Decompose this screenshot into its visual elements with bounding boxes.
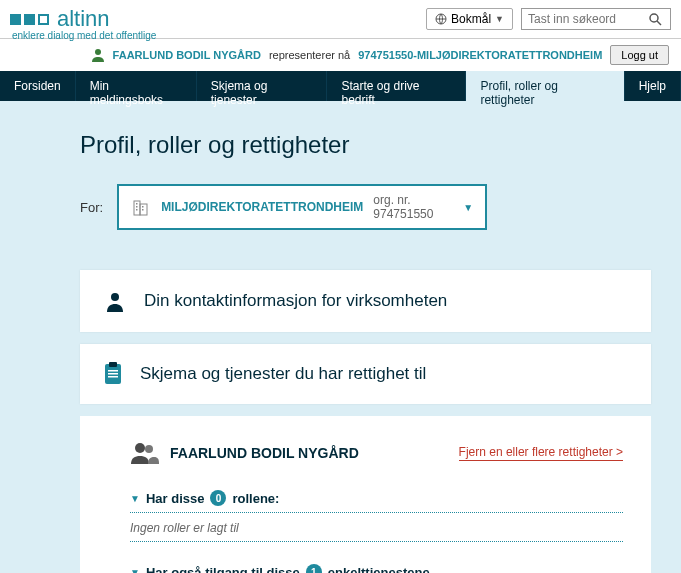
caret-down-icon: ▼ — [495, 14, 504, 24]
rights-card-header[interactable]: Skjema og tjenester du har rettighet til — [80, 344, 651, 404]
nav-hjelp[interactable]: Hjelp — [625, 71, 681, 101]
services-count-badge: 1 — [306, 564, 322, 573]
svg-point-1 — [650, 14, 658, 22]
search-icon[interactable] — [648, 12, 662, 26]
svg-point-18 — [145, 445, 153, 453]
rights-panel: FAARLUND BODIL NYGÅRD Fjern en eller fle… — [80, 416, 651, 573]
nav-meldingsboks[interactable]: Min meldingsboks — [76, 71, 197, 101]
language-selector[interactable]: Bokmål ▼ — [426, 8, 513, 30]
roles-heading-suffix: rollene: — [232, 491, 279, 506]
svg-line-2 — [657, 21, 661, 25]
current-org: 974751550-MILJØDIREKTORATETTRONDHEIM — [358, 49, 602, 61]
svg-rect-7 — [136, 206, 138, 208]
selected-org-name: MILJØDIREKTORATETTRONDHEIM — [161, 200, 363, 214]
roles-empty-text: Ingen roller er lagt til — [130, 513, 623, 542]
remove-rights-link[interactable]: Fjern en eller flere rettigheter > — [459, 445, 623, 461]
roles-count-badge: 0 — [210, 490, 226, 506]
for-label: For: — [80, 200, 103, 215]
building-icon — [131, 197, 151, 217]
search-box[interactable] — [521, 8, 671, 30]
nav-bedrift[interactable]: Starte og drive bedrift — [327, 71, 466, 101]
nav-forsiden[interactable]: Forsiden — [0, 71, 76, 101]
person-icon — [102, 288, 128, 314]
svg-rect-10 — [142, 209, 144, 211]
clipboard-icon — [102, 362, 124, 386]
svg-point-17 — [135, 443, 145, 453]
main-nav: Forsiden Min meldingsboks Skjema og tjen… — [0, 71, 681, 101]
svg-rect-8 — [136, 209, 138, 211]
panel-person-name: FAARLUND BODIL NYGÅRD — [170, 445, 359, 461]
svg-rect-14 — [108, 370, 118, 372]
logo-mark-icon — [10, 14, 49, 25]
represents-text: representerer nå — [269, 49, 350, 61]
contact-info-card[interactable]: Din kontaktinformasjon for virksomheten — [80, 270, 651, 332]
caret-down-icon: ▼ — [463, 202, 473, 213]
triangle-down-icon: ▼ — [130, 493, 140, 504]
org-selector[interactable]: MILJØDIREKTORATETTRONDHEIM org. nr. 9747… — [117, 184, 487, 230]
services-heading-suffix: enkelttjenestene — [328, 565, 430, 574]
language-label: Bokmål — [451, 12, 491, 26]
svg-rect-15 — [108, 373, 118, 375]
logo[interactable]: altinn — [10, 6, 110, 32]
roles-section-header[interactable]: ▼ Har disse 0 rollene: — [130, 490, 623, 513]
globe-icon — [435, 13, 447, 25]
rights-card-title: Skjema og tjenester du har rettighet til — [140, 364, 426, 384]
services-section-header[interactable]: ▼ Har også tilgang til disse 1 enkelttje… — [130, 564, 623, 573]
svg-rect-9 — [142, 206, 144, 208]
current-user-name: FAARLUND BODIL NYGÅRD — [113, 49, 261, 61]
svg-rect-6 — [136, 203, 138, 205]
svg-rect-13 — [109, 362, 117, 367]
people-icon — [130, 442, 160, 464]
svg-point-3 — [95, 49, 101, 55]
user-bar: FAARLUND BODIL NYGÅRD representerer nå 9… — [0, 39, 681, 71]
services-heading-prefix: Har også tilgang til disse — [146, 565, 300, 574]
selected-org-nr: org. nr. 974751550 — [373, 193, 453, 221]
contact-card-title: Din kontaktinformasjon for virksomheten — [144, 291, 447, 311]
search-input[interactable] — [528, 12, 648, 26]
nav-profil[interactable]: Profil, roller og rettigheter — [466, 71, 624, 101]
roles-heading-prefix: Har disse — [146, 491, 205, 506]
page-title: Profil, roller og rettigheter — [80, 131, 651, 159]
svg-point-11 — [111, 293, 119, 301]
svg-rect-16 — [108, 376, 118, 378]
logout-button[interactable]: Logg ut — [610, 45, 669, 65]
user-icon — [91, 48, 105, 62]
tagline: enklere dialog med det offentlige — [12, 30, 156, 41]
brand-name: altinn — [57, 6, 110, 32]
triangle-down-icon: ▼ — [130, 567, 140, 574]
nav-skjema[interactable]: Skjema og tjenester — [197, 71, 328, 101]
